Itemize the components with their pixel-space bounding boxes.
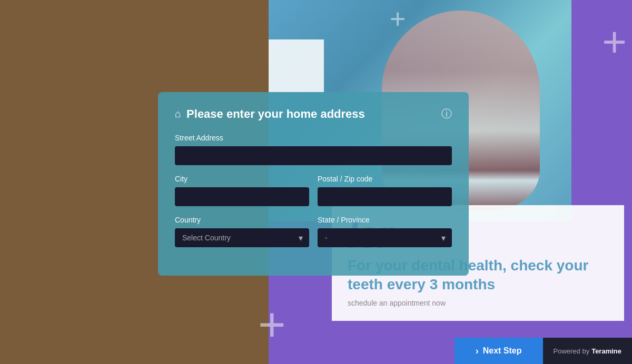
next-step-button[interactable]: › Next Step xyxy=(455,338,543,364)
info-card-link[interactable]: schedule an appointment now xyxy=(348,299,608,307)
street-label: Street Address xyxy=(175,134,452,142)
modal-title-group: ⌂ Please enter your home address xyxy=(175,107,365,121)
home-icon: ⌂ xyxy=(175,108,181,120)
powered-by-brand: Teramine xyxy=(591,347,621,355)
city-field-group: City xyxy=(175,175,309,206)
state-select-wrapper: - Alabama Alaska Arizona California New … xyxy=(318,228,452,247)
street-input[interactable] xyxy=(175,146,452,165)
country-label: Country xyxy=(175,216,309,224)
modal-header: ⌂ Please enter your home address ⓘ xyxy=(175,107,452,121)
city-label: City xyxy=(175,175,309,183)
zip-input[interactable] xyxy=(318,187,452,206)
country-select-wrapper: Select Country United States Canada Unit… xyxy=(175,228,309,247)
country-state-row: Country Select Country United States Can… xyxy=(175,216,452,247)
country-field-group: Country Select Country United States Can… xyxy=(175,216,309,247)
country-select[interactable]: Select Country United States Canada Unit… xyxy=(175,228,309,247)
city-zip-row: City Postal / Zip code xyxy=(175,175,452,206)
photo-overlay-box xyxy=(269,39,324,92)
modal-title: Please enter your home address xyxy=(186,107,365,121)
street-field-group: Street Address xyxy=(175,134,452,165)
next-step-label: Next Step xyxy=(483,346,522,356)
zip-label: Postal / Zip code xyxy=(318,175,452,183)
powered-by: Powered by Teramine xyxy=(543,338,633,364)
bottom-bar: › Next Step Powered by Teramine xyxy=(0,338,632,364)
info-icon[interactable]: ⓘ xyxy=(441,107,452,121)
zip-field-group: Postal / Zip code xyxy=(318,175,452,206)
plus-decoration-right: + xyxy=(602,21,627,63)
state-select[interactable]: - Alabama Alaska Arizona California New … xyxy=(318,228,452,247)
state-label: State / Province xyxy=(318,216,452,224)
state-field-group: State / Province - Alabama Alaska Arizon… xyxy=(318,216,452,247)
powered-by-text: Powered by xyxy=(554,347,590,355)
next-step-arrow: › xyxy=(476,346,479,357)
address-modal: ⌂ Please enter your home address ⓘ Stree… xyxy=(158,92,469,276)
plus-decoration-top: + xyxy=(390,5,406,33)
city-input[interactable] xyxy=(175,187,309,206)
